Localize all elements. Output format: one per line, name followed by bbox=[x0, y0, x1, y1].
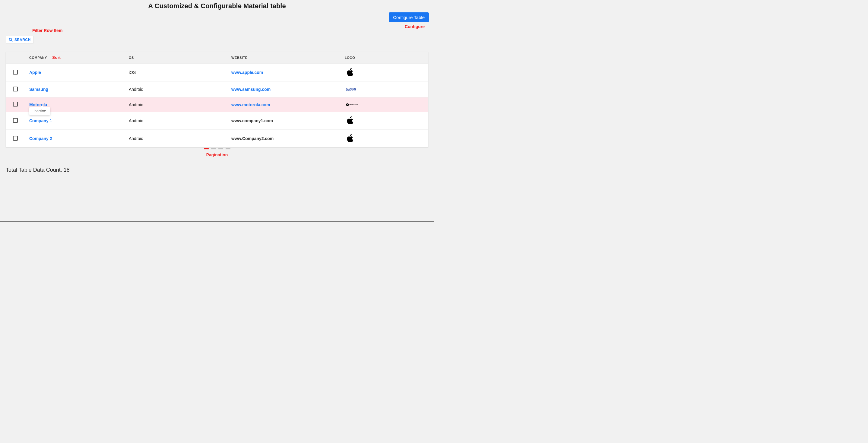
website-link: www.company1.com bbox=[231, 118, 273, 123]
table-row: AppleiOSwww.apple.com bbox=[6, 64, 428, 82]
top-bar: Configure Table bbox=[0, 11, 434, 22]
column-header-website[interactable]: WEBSITE bbox=[229, 52, 343, 64]
search-label: SEARCH bbox=[14, 38, 31, 42]
configure-table-button[interactable]: Configure Table bbox=[389, 12, 429, 22]
svg-text:MOTOROLA: MOTOROLA bbox=[349, 104, 358, 105]
logo-cell bbox=[343, 130, 428, 148]
apple-logo-icon bbox=[346, 116, 355, 125]
motorola-logo-icon: MOTOROLA bbox=[346, 102, 361, 107]
os-cell: Android bbox=[126, 130, 229, 148]
column-header-checkbox bbox=[6, 52, 24, 64]
website-link[interactable]: www.samsung.com bbox=[231, 87, 271, 92]
svg-text:SAMSUNG: SAMSUNG bbox=[346, 88, 356, 91]
column-header-company[interactable]: COMPANY Sort bbox=[24, 52, 126, 64]
column-header-logo[interactable]: LOGO bbox=[343, 52, 428, 64]
table-row: SamsungAndroidwww.samsung.comSAMSUNG bbox=[6, 82, 428, 97]
company-link[interactable]: Company 2 bbox=[29, 136, 52, 141]
search-input[interactable]: SEARCH bbox=[6, 36, 33, 44]
row-checkbox[interactable] bbox=[13, 70, 18, 75]
row-checkbox[interactable] bbox=[13, 136, 18, 141]
pagination-dot[interactable] bbox=[211, 148, 216, 149]
company-link[interactable]: Company 1 bbox=[29, 118, 52, 123]
logo-cell: MOTOROLA bbox=[343, 97, 428, 112]
pagination-dot[interactable] bbox=[204, 148, 209, 149]
website-link: www.Company2.com bbox=[231, 136, 274, 141]
table-row: Company 2Androidwww.Company2.com bbox=[6, 130, 428, 148]
total-count-label: Total Table Data Count: 18 bbox=[6, 167, 70, 173]
page-title: A Customized & Configurable Material tab… bbox=[0, 0, 434, 11]
column-header-os[interactable]: OS bbox=[126, 52, 229, 64]
row-checkbox[interactable] bbox=[13, 87, 18, 91]
logo-cell bbox=[343, 112, 428, 130]
pagination: Pagination bbox=[0, 148, 434, 157]
company-link[interactable]: Samsung bbox=[29, 87, 48, 92]
os-cell: Android bbox=[126, 82, 229, 97]
tooltip-inactive: Inactive bbox=[29, 107, 50, 115]
os-cell: Android bbox=[126, 97, 229, 112]
annotation-sort: Sort bbox=[52, 55, 61, 60]
samsung-logo-icon: SAMSUNG bbox=[346, 86, 361, 93]
annotation-configure: Configure bbox=[0, 22, 434, 29]
data-table: COMPANY Sort OS WEBSITE LOGO AppleiOSwww… bbox=[6, 52, 428, 147]
row-checkbox[interactable] bbox=[13, 118, 18, 123]
logo-cell bbox=[343, 64, 428, 82]
svg-line-1 bbox=[11, 40, 12, 41]
apple-logo-icon bbox=[346, 68, 355, 77]
annotation-pagination: Pagination bbox=[206, 152, 228, 157]
search-icon bbox=[8, 37, 13, 42]
logo-cell: SAMSUNG bbox=[343, 82, 428, 97]
row-checkbox[interactable] bbox=[13, 102, 18, 107]
os-cell: Android bbox=[126, 112, 229, 130]
company-link[interactable]: Apple bbox=[29, 70, 41, 75]
table-row: Company 1Androidwww.company1.com bbox=[6, 112, 428, 130]
svg-point-0 bbox=[9, 38, 12, 41]
website-link[interactable]: www.motorola.com bbox=[231, 102, 270, 107]
pagination-dot[interactable] bbox=[218, 148, 223, 149]
table-row: MotorolaAndroidwww.motorola.comMOTOROLA bbox=[6, 97, 428, 112]
table-header-row: COMPANY Sort OS WEBSITE LOGO bbox=[6, 52, 428, 64]
website-link[interactable]: www.apple.com bbox=[231, 70, 263, 75]
apple-logo-icon bbox=[346, 134, 355, 143]
pagination-dot[interactable] bbox=[226, 148, 230, 149]
os-cell: iOS bbox=[126, 64, 229, 82]
annotation-filter-row: Filter Row Item bbox=[32, 28, 62, 33]
company-link[interactable]: Motorola bbox=[29, 102, 47, 107]
